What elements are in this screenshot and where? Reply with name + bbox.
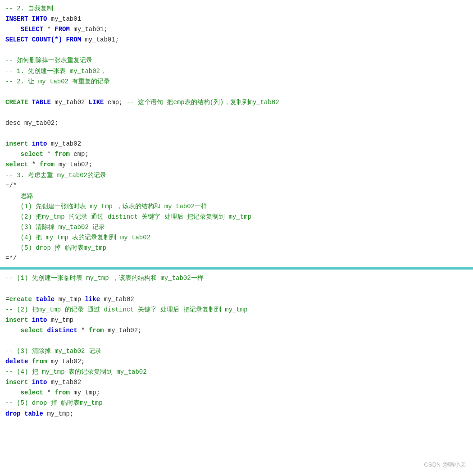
code-line: select * from emp; — [5, 149, 468, 160]
top-code-section: -- 2. 自我复制 INSERT INTO my_tab01 SELECT *… — [0, 0, 473, 268]
code-line: (5) drop 掉 临时表my_tmp — [5, 243, 468, 253]
code-line: insert into my_tmp — [5, 315, 468, 325]
code-line — [5, 284, 468, 294]
code-line: =create table my_tmp like my_tab02 — [5, 294, 468, 305]
code-line: (1) 先创建一张临时表 my_tmp ，该表的结构和 my_tab02一样 — [5, 201, 468, 212]
code-editor: -- 2. 自我复制 INSERT INTO my_tab01 SELECT *… — [0, 0, 473, 476]
code-line: (4) 把 my_tmp 表的记录复制到 my_tab02 — [5, 233, 468, 243]
code-line: -- (2) 把my_tmp 的记录 通过 distinct 关键字 处理后 把… — [5, 305, 468, 315]
code-line: delete from my_tab02; — [5, 357, 468, 367]
code-line: -- 1. 先创建一张表 my_tab02， — [5, 66, 468, 77]
code-line: =*/ — [5, 253, 468, 264]
code-line: CREATE TABLE my_tab02 LIKE emp; -- 这个语句 … — [5, 97, 468, 108]
code-line: select * from my_tab02; — [5, 160, 468, 170]
watermark-text: CSDN @喃小弟 — [424, 460, 466, 470]
code-line: =/* — [5, 181, 468, 191]
code-line: desc my_tab02; — [5, 118, 468, 128]
code-line: 思路 — [5, 191, 468, 201]
code-line: -- (1) 先创建一张临时表 my_tmp ，该表的结构和 my_tab02一… — [5, 273, 468, 284]
code-line: -- 如何删除掉一张表重复记录 — [5, 55, 468, 66]
bottom-code-section: -- (1) 先创建一张临时表 my_tmp ，该表的结构和 my_tab02一… — [0, 270, 473, 422]
code-line — [5, 128, 468, 139]
code-line: insert into my_tab02 — [5, 139, 468, 149]
code-line: -- (4) 把 my_tmp 表的记录复制到 my_tab02 — [5, 367, 468, 377]
code-line — [5, 108, 468, 118]
code-line: drop table my_tmp; — [5, 409, 468, 419]
code-line: (2) 把my_tmp 的记录 通过 distinct 关键字 处理后 把记录复… — [5, 212, 468, 222]
code-line — [5, 45, 468, 55]
code-line: insert into my_tab02 — [5, 377, 468, 388]
code-line: SELECT * FROM my_tab01; — [5, 24, 468, 35]
code-line: (3) 清除掉 my_tab02 记录 — [5, 222, 468, 233]
code-line: -- 2. 让 my_tab02 有重复的记录 — [5, 77, 468, 87]
code-line — [5, 336, 468, 346]
code-line: SELECT COUNT(*) FROM my_tab01; — [5, 35, 468, 45]
code-line: -- (5) drop 掉 临时表my_tmp — [5, 398, 468, 408]
code-line — [5, 87, 468, 97]
code-line: select * from my_tmp; — [5, 388, 468, 398]
code-line: INSERT INTO my_tab01 — [5, 14, 468, 24]
code-line: -- 3. 考虑去重 my_tab02的记录 — [5, 170, 468, 181]
code-line: -- (3) 清除掉 my_tab02 记录 — [5, 346, 468, 357]
code-line: select distinct * from my_tab02; — [5, 325, 468, 336]
code-line: -- 2. 自我复制 — [5, 4, 468, 14]
